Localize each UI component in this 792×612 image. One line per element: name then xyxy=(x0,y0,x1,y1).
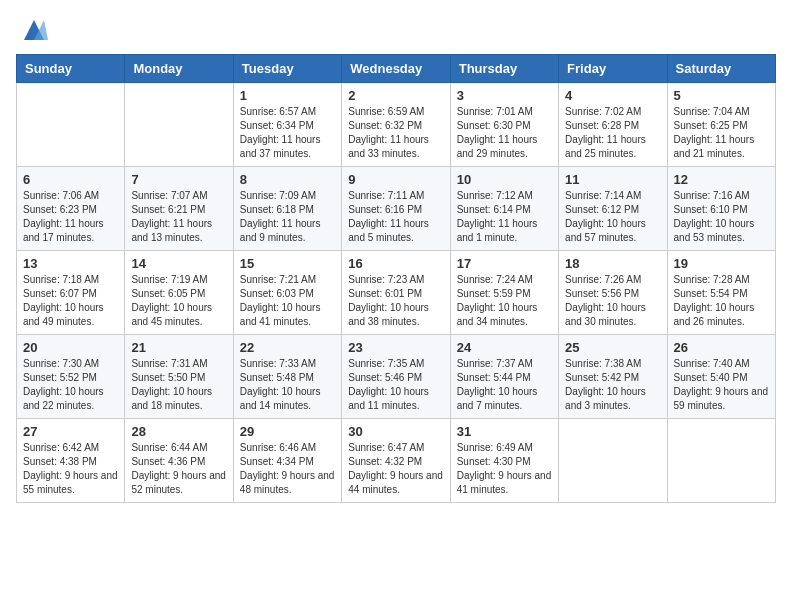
day-number: 28 xyxy=(131,424,226,439)
calendar-cell: 13Sunrise: 7:18 AM Sunset: 6:07 PM Dayli… xyxy=(17,251,125,335)
day-info: Sunrise: 6:44 AM Sunset: 4:36 PM Dayligh… xyxy=(131,441,226,497)
calendar-cell xyxy=(17,83,125,167)
calendar-week-row: 1Sunrise: 6:57 AM Sunset: 6:34 PM Daylig… xyxy=(17,83,776,167)
day-number: 8 xyxy=(240,172,335,187)
day-info: Sunrise: 7:33 AM Sunset: 5:48 PM Dayligh… xyxy=(240,357,335,413)
day-number: 26 xyxy=(674,340,769,355)
day-of-week-header: Friday xyxy=(559,55,667,83)
day-info: Sunrise: 6:49 AM Sunset: 4:30 PM Dayligh… xyxy=(457,441,552,497)
calendar-cell xyxy=(667,419,775,503)
day-info: Sunrise: 7:07 AM Sunset: 6:21 PM Dayligh… xyxy=(131,189,226,245)
calendar-cell: 20Sunrise: 7:30 AM Sunset: 5:52 PM Dayli… xyxy=(17,335,125,419)
day-info: Sunrise: 7:26 AM Sunset: 5:56 PM Dayligh… xyxy=(565,273,660,329)
calendar-cell: 23Sunrise: 7:35 AM Sunset: 5:46 PM Dayli… xyxy=(342,335,450,419)
day-info: Sunrise: 7:38 AM Sunset: 5:42 PM Dayligh… xyxy=(565,357,660,413)
calendar-cell: 22Sunrise: 7:33 AM Sunset: 5:48 PM Dayli… xyxy=(233,335,341,419)
calendar-cell: 16Sunrise: 7:23 AM Sunset: 6:01 PM Dayli… xyxy=(342,251,450,335)
calendar-cell: 31Sunrise: 6:49 AM Sunset: 4:30 PM Dayli… xyxy=(450,419,558,503)
day-info: Sunrise: 6:46 AM Sunset: 4:34 PM Dayligh… xyxy=(240,441,335,497)
calendar-cell: 12Sunrise: 7:16 AM Sunset: 6:10 PM Dayli… xyxy=(667,167,775,251)
logo-icon xyxy=(20,16,48,44)
day-number: 12 xyxy=(674,172,769,187)
calendar-cell: 27Sunrise: 6:42 AM Sunset: 4:38 PM Dayli… xyxy=(17,419,125,503)
calendar-cell: 11Sunrise: 7:14 AM Sunset: 6:12 PM Dayli… xyxy=(559,167,667,251)
calendar-cell: 15Sunrise: 7:21 AM Sunset: 6:03 PM Dayli… xyxy=(233,251,341,335)
calendar-cell: 3Sunrise: 7:01 AM Sunset: 6:30 PM Daylig… xyxy=(450,83,558,167)
calendar-cell: 19Sunrise: 7:28 AM Sunset: 5:54 PM Dayli… xyxy=(667,251,775,335)
day-number: 16 xyxy=(348,256,443,271)
day-number: 18 xyxy=(565,256,660,271)
calendar-cell: 29Sunrise: 6:46 AM Sunset: 4:34 PM Dayli… xyxy=(233,419,341,503)
calendar: SundayMondayTuesdayWednesdayThursdayFrid… xyxy=(16,54,776,503)
day-number: 24 xyxy=(457,340,552,355)
day-info: Sunrise: 7:04 AM Sunset: 6:25 PM Dayligh… xyxy=(674,105,769,161)
calendar-cell: 24Sunrise: 7:37 AM Sunset: 5:44 PM Dayli… xyxy=(450,335,558,419)
calendar-cell: 8Sunrise: 7:09 AM Sunset: 6:18 PM Daylig… xyxy=(233,167,341,251)
day-info: Sunrise: 6:47 AM Sunset: 4:32 PM Dayligh… xyxy=(348,441,443,497)
day-number: 14 xyxy=(131,256,226,271)
day-info: Sunrise: 7:09 AM Sunset: 6:18 PM Dayligh… xyxy=(240,189,335,245)
page-header xyxy=(16,16,776,44)
calendar-cell: 5Sunrise: 7:04 AM Sunset: 6:25 PM Daylig… xyxy=(667,83,775,167)
day-number: 3 xyxy=(457,88,552,103)
day-info: Sunrise: 7:18 AM Sunset: 6:07 PM Dayligh… xyxy=(23,273,118,329)
day-number: 31 xyxy=(457,424,552,439)
day-info: Sunrise: 6:42 AM Sunset: 4:38 PM Dayligh… xyxy=(23,441,118,497)
day-of-week-header: Wednesday xyxy=(342,55,450,83)
day-number: 21 xyxy=(131,340,226,355)
day-info: Sunrise: 6:59 AM Sunset: 6:32 PM Dayligh… xyxy=(348,105,443,161)
day-info: Sunrise: 7:21 AM Sunset: 6:03 PM Dayligh… xyxy=(240,273,335,329)
day-info: Sunrise: 7:01 AM Sunset: 6:30 PM Dayligh… xyxy=(457,105,552,161)
day-number: 11 xyxy=(565,172,660,187)
day-number: 6 xyxy=(23,172,118,187)
calendar-cell: 2Sunrise: 6:59 AM Sunset: 6:32 PM Daylig… xyxy=(342,83,450,167)
calendar-cell: 4Sunrise: 7:02 AM Sunset: 6:28 PM Daylig… xyxy=(559,83,667,167)
calendar-cell: 30Sunrise: 6:47 AM Sunset: 4:32 PM Dayli… xyxy=(342,419,450,503)
calendar-cell: 6Sunrise: 7:06 AM Sunset: 6:23 PM Daylig… xyxy=(17,167,125,251)
day-info: Sunrise: 7:12 AM Sunset: 6:14 PM Dayligh… xyxy=(457,189,552,245)
calendar-cell: 14Sunrise: 7:19 AM Sunset: 6:05 PM Dayli… xyxy=(125,251,233,335)
calendar-week-row: 20Sunrise: 7:30 AM Sunset: 5:52 PM Dayli… xyxy=(17,335,776,419)
calendar-cell: 1Sunrise: 6:57 AM Sunset: 6:34 PM Daylig… xyxy=(233,83,341,167)
day-info: Sunrise: 7:40 AM Sunset: 5:40 PM Dayligh… xyxy=(674,357,769,413)
day-number: 19 xyxy=(674,256,769,271)
calendar-cell: 21Sunrise: 7:31 AM Sunset: 5:50 PM Dayli… xyxy=(125,335,233,419)
day-info: Sunrise: 7:02 AM Sunset: 6:28 PM Dayligh… xyxy=(565,105,660,161)
day-info: Sunrise: 7:37 AM Sunset: 5:44 PM Dayligh… xyxy=(457,357,552,413)
calendar-header-row: SundayMondayTuesdayWednesdayThursdayFrid… xyxy=(17,55,776,83)
day-info: Sunrise: 7:35 AM Sunset: 5:46 PM Dayligh… xyxy=(348,357,443,413)
day-number: 29 xyxy=(240,424,335,439)
day-number: 27 xyxy=(23,424,118,439)
day-number: 1 xyxy=(240,88,335,103)
day-info: Sunrise: 7:30 AM Sunset: 5:52 PM Dayligh… xyxy=(23,357,118,413)
day-info: Sunrise: 7:23 AM Sunset: 6:01 PM Dayligh… xyxy=(348,273,443,329)
day-info: Sunrise: 7:14 AM Sunset: 6:12 PM Dayligh… xyxy=(565,189,660,245)
calendar-cell: 28Sunrise: 6:44 AM Sunset: 4:36 PM Dayli… xyxy=(125,419,233,503)
day-number: 17 xyxy=(457,256,552,271)
calendar-cell: 25Sunrise: 7:38 AM Sunset: 5:42 PM Dayli… xyxy=(559,335,667,419)
day-number: 7 xyxy=(131,172,226,187)
calendar-cell: 26Sunrise: 7:40 AM Sunset: 5:40 PM Dayli… xyxy=(667,335,775,419)
calendar-week-row: 13Sunrise: 7:18 AM Sunset: 6:07 PM Dayli… xyxy=(17,251,776,335)
calendar-cell xyxy=(125,83,233,167)
day-number: 25 xyxy=(565,340,660,355)
calendar-week-row: 6Sunrise: 7:06 AM Sunset: 6:23 PM Daylig… xyxy=(17,167,776,251)
day-info: Sunrise: 7:19 AM Sunset: 6:05 PM Dayligh… xyxy=(131,273,226,329)
day-info: Sunrise: 7:28 AM Sunset: 5:54 PM Dayligh… xyxy=(674,273,769,329)
day-number: 9 xyxy=(348,172,443,187)
day-number: 10 xyxy=(457,172,552,187)
calendar-cell xyxy=(559,419,667,503)
day-number: 22 xyxy=(240,340,335,355)
logo xyxy=(16,16,48,44)
day-of-week-header: Thursday xyxy=(450,55,558,83)
day-number: 15 xyxy=(240,256,335,271)
day-info: Sunrise: 6:57 AM Sunset: 6:34 PM Dayligh… xyxy=(240,105,335,161)
calendar-cell: 17Sunrise: 7:24 AM Sunset: 5:59 PM Dayli… xyxy=(450,251,558,335)
day-number: 4 xyxy=(565,88,660,103)
calendar-week-row: 27Sunrise: 6:42 AM Sunset: 4:38 PM Dayli… xyxy=(17,419,776,503)
day-info: Sunrise: 7:16 AM Sunset: 6:10 PM Dayligh… xyxy=(674,189,769,245)
day-number: 5 xyxy=(674,88,769,103)
day-of-week-header: Sunday xyxy=(17,55,125,83)
calendar-cell: 7Sunrise: 7:07 AM Sunset: 6:21 PM Daylig… xyxy=(125,167,233,251)
day-info: Sunrise: 7:11 AM Sunset: 6:16 PM Dayligh… xyxy=(348,189,443,245)
